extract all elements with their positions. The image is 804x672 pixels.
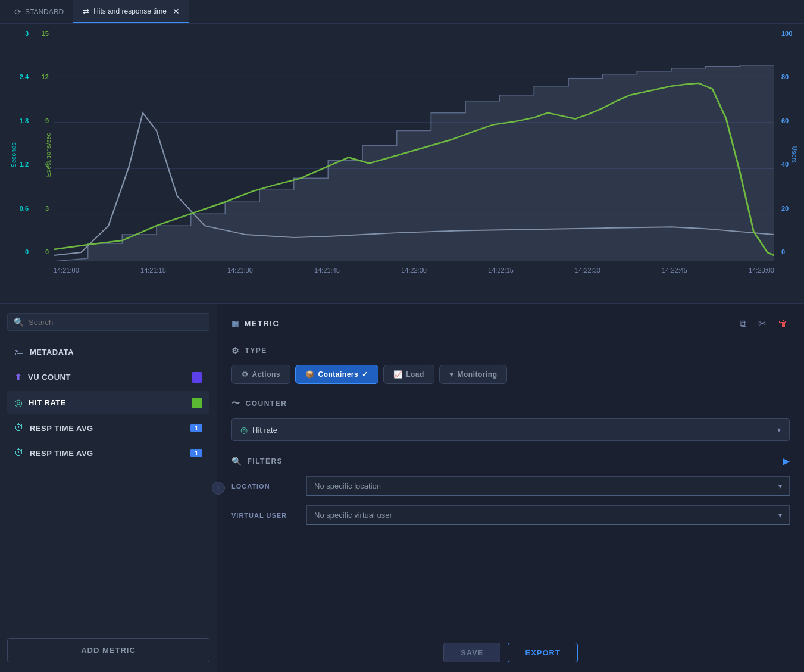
vu-icon: ⬆ [14, 371, 22, 383]
hit-rate-label: HIT RATE [29, 398, 186, 407]
search-icon: 🔍 [14, 317, 24, 327]
hit-rate-color [192, 398, 202, 408]
bottom-actions: SAVE EXPORT [217, 633, 804, 672]
metric-bar-icon: ▦ [231, 319, 240, 328]
metric-item-metadata[interactable]: 🏷 METADATA [7, 340, 209, 363]
location-value: No specific location [314, 482, 381, 490]
tab-standard[interactable]: ⟳ STANDARD [5, 0, 73, 23]
hits-icon: ⇄ [83, 7, 90, 16]
counter-section-title: 〜 COUNTER [231, 398, 790, 409]
metric-item-vu-count[interactable]: ⬆ VU COUNT [7, 365, 209, 389]
right-panel: ▦ METRIC ⧉ ✂ 🗑 ⚙ TYPE ⚙ Acti [217, 304, 804, 672]
metadata-label: METADATA [30, 348, 202, 357]
search-box[interactable]: 🔍 [7, 313, 209, 331]
resp-avg-2-label: RESP TIME AVG [30, 449, 184, 458]
tab-bar: ⟳ STANDARD ⇄ Hits and response time ✕ [0, 0, 804, 24]
tab-standard-label: STANDARD [25, 8, 64, 16]
type-section: ⚙ TYPE ⚙ Actions 📦 Containers ✓ 📈 [231, 346, 790, 384]
type-buttons: ⚙ Actions 📦 Containers ✓ 📈 Load ♥ Mo [231, 365, 790, 384]
left-panel: 🔍 🏷 METADATA ⬆ VU COUNT ◎ HIT RATE ⏱ RES [0, 304, 217, 672]
tab-close-icon[interactable]: ✕ [173, 7, 180, 16]
chart-container: 3 2.4 1.8 1.2 0.6 0 Seconds 15 12 9 6 3 … [0, 30, 804, 279]
y-axis-left2-title: Executions/sec [45, 132, 52, 176]
settings-icon[interactable]: ✂ [756, 315, 768, 332]
main-layout: 3 2.4 1.8 1.2 0.6 0 Seconds 15 12 9 6 3 … [0, 24, 804, 672]
filter-funnel-icon[interactable]: ▶ [783, 455, 790, 467]
metric-actions: ⧉ ✂ 🗑 [737, 315, 790, 332]
export-button[interactable]: EXPORT [508, 643, 577, 662]
metric-header: ▦ METRIC ⧉ ✂ 🗑 [231, 315, 790, 332]
type-btn-actions[interactable]: ⚙ Actions [231, 365, 290, 384]
resp-avg-1-label: RESP TIME AVG [30, 424, 184, 433]
tab-hits-response[interactable]: ⇄ Hits and response time ✕ [73, 0, 189, 23]
search-input[interactable] [29, 318, 203, 327]
vu-count-label: VU COUNT [28, 373, 186, 382]
virtual-user-value: No specific virtual user [314, 511, 392, 520]
metric-item-resp-avg-2[interactable]: ⏱ RESP TIME AVG 1 [7, 442, 209, 464]
copy-icon[interactable]: ⧉ [737, 316, 749, 332]
chart-area: 3 2.4 1.8 1.2 0.6 0 Seconds 15 12 9 6 3 … [0, 24, 804, 304]
resp-avg-2-badge: 1 [190, 449, 202, 457]
monitoring-btn-icon: ♥ [449, 370, 454, 379]
bottom-area: 🔍 🏷 METADATA ⬆ VU COUNT ◎ HIT RATE ⏱ RES [0, 304, 804, 672]
counter-dropdown-left: ◎ Hit rate [240, 425, 277, 435]
type-btn-monitoring[interactable]: ♥ Monitoring [439, 365, 508, 384]
type-icon: ⚙ [231, 346, 240, 355]
metric-title: ▦ METRIC [231, 319, 279, 328]
location-chevron-icon: ▾ [778, 482, 782, 490]
type-btn-containers[interactable]: 📦 Containers ✓ [295, 365, 378, 384]
x-axis-labels: 14:21:00 14:21:15 14:21:30 14:21:45 14:2… [54, 261, 774, 279]
timer2-icon: ⏱ [14, 448, 24, 458]
location-label: LOCATION [231, 483, 297, 490]
counter-section: 〜 COUNTER ◎ Hit rate ▾ [231, 398, 790, 441]
chart-svg-wrapper [54, 30, 774, 261]
type-btn-load[interactable]: 📈 Load [383, 365, 434, 384]
type-section-title: ⚙ TYPE [231, 346, 790, 355]
resp-avg-1-badge: 1 [190, 424, 202, 432]
counter-icon: 〜 [231, 398, 241, 409]
tag-icon: 🏷 [14, 346, 24, 357]
containers-check-icon: ✓ [362, 370, 368, 379]
chart-svg [54, 30, 774, 261]
y-axis-right: 100 80 60 40 20 0 [781, 30, 799, 255]
location-dropdown[interactable]: No specific location ▾ [306, 476, 790, 496]
add-metric-button[interactable]: ADD METRIC [7, 638, 209, 662]
y-axis-right-title: Users [791, 146, 797, 163]
containers-btn-icon: 📦 [305, 370, 315, 379]
filter-row-location: LOCATION No specific location ▾ [231, 476, 790, 496]
metric-item-hit-rate[interactable]: ◎ HIT RATE [7, 391, 209, 414]
virtual-user-label: VIRTUAL USER [231, 512, 297, 519]
counter-chevron-icon: ▾ [777, 426, 781, 434]
standard-icon: ⟳ [14, 7, 21, 17]
filter-icon: 🔍 [231, 457, 243, 466]
actions-btn-icon: ⚙ [242, 370, 249, 379]
counter-value: Hit rate [252, 426, 277, 435]
filter-row-virtual-user: VIRTUAL USER No specific virtual user ▾ [231, 505, 790, 525]
hitrate-icon: ◎ [14, 397, 23, 408]
timer1-icon: ⏱ [14, 423, 24, 433]
counter-value-icon: ◎ [240, 425, 248, 435]
virtual-user-chevron-icon: ▾ [778, 511, 782, 520]
y-axis-left-title: Seconds [11, 142, 17, 167]
counter-dropdown[interactable]: ◎ Hit rate ▾ [231, 418, 790, 441]
tab-hits-label: Hits and response time [93, 7, 167, 15]
metric-item-resp-avg-1[interactable]: ⏱ RESP TIME AVG 1 [7, 417, 209, 439]
filters-header: 🔍 FILTERS ▶ [231, 455, 790, 467]
vu-count-color [192, 372, 202, 383]
save-button[interactable]: SAVE [443, 643, 500, 662]
delete-icon[interactable]: 🗑 [775, 316, 790, 332]
filters-section: 🔍 FILTERS ▶ LOCATION No specific locatio… [231, 455, 790, 525]
virtual-user-dropdown[interactable]: No specific virtual user ▾ [306, 505, 790, 525]
filters-section-title: 🔍 FILTERS [231, 457, 283, 466]
load-btn-icon: 📈 [393, 370, 403, 379]
collapse-panel-arrow[interactable]: ‹ [212, 482, 225, 495]
